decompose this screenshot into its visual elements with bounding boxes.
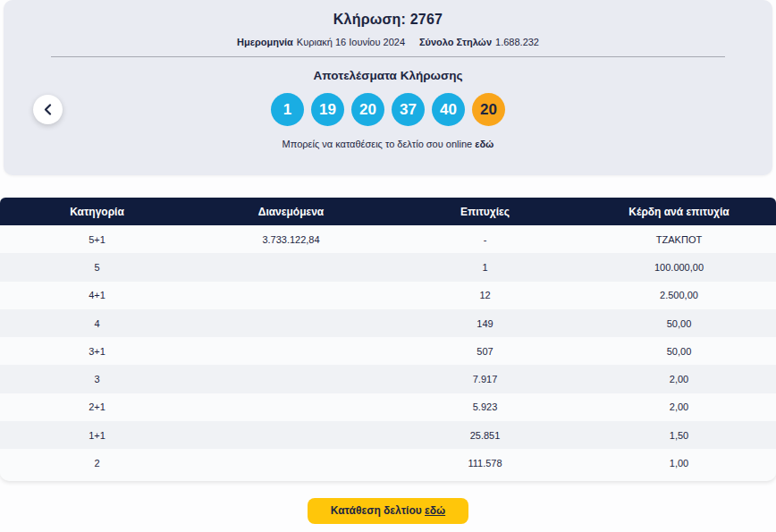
total-columns-label: Σύνολο Στηλών [419, 37, 492, 47]
header-prize-per-win: Κέρδη ανά επιτυχία [582, 206, 776, 218]
cell-prize: 2.500,00 [582, 290, 776, 300]
cell-winners: 25.851 [388, 430, 582, 441]
draw-meta: ΗμερομηνίαΚυριακή 16 Ιουνίου 2024 Σύνολο… [4, 37, 772, 47]
winning-numbers-row: 1 19 20 37 40 20 [4, 93, 772, 126]
prize-table-header: Κατηγορία Διανεμόμενα Επιτυχίες Κέρδη αν… [0, 198, 776, 225]
winning-number-ball: 40 [432, 93, 465, 126]
online-note-text: Μπορείς να καταθέσεις το δελτίο σου onli… [283, 139, 473, 149]
cell-prize: 50,00 [582, 318, 776, 329]
total-columns: Σύνολο Στηλών1.688.232 [419, 37, 539, 47]
prize-table: Κατηγορία Διανεμόμενα Επιτυχίες Κέρδη αν… [0, 198, 776, 481]
joker-number-ball: 20 [472, 93, 505, 126]
table-row: 3+1 507 50,00 [0, 337, 776, 365]
draw-title: Κλήρωση: 2767 [4, 0, 772, 28]
table-row: 4 149 50,00 [0, 309, 776, 337]
winning-number-ball: 20 [351, 93, 384, 126]
cell-winners: 1 [388, 262, 582, 273]
cell-winners: 149 [388, 318, 582, 329]
cell-prize: ΤΖΑΚΠΟΤ [582, 234, 776, 245]
draw-results-card: Κλήρωση: 2767 ΗμερομηνίαΚυριακή 16 Ιουνί… [4, 0, 772, 175]
prize-table-body: 5+1 3.733.122,84 - ΤΖΑΚΠΟΤ 5 1 100.000,0… [0, 225, 776, 477]
cell-category: 5 [0, 262, 194, 273]
submit-slip-button[interactable]: Κατάθεση δελτίου εδώ [308, 498, 468, 524]
cell-prize: 2,00 [582, 401, 776, 412]
online-note-link[interactable]: εδώ [475, 139, 493, 149]
cell-prize: 1,50 [582, 430, 776, 441]
cell-winners: 5.923 [388, 401, 582, 412]
cell-winners: 507 [388, 346, 582, 357]
submit-slip-link: εδώ [425, 504, 445, 517]
cell-category: 2 [0, 458, 194, 469]
divider [51, 56, 725, 57]
header-winners: Επιτυχίες [388, 206, 582, 218]
table-row: 5 1 100.000,00 [0, 253, 776, 281]
winning-number-ball: 19 [311, 93, 344, 126]
cell-distributed: 3.733.122,84 [194, 234, 388, 245]
cell-winners: - [388, 234, 582, 245]
table-row: 4+1 12 2.500,00 [0, 282, 776, 309]
cell-winners: 12 [388, 290, 582, 300]
cell-prize: 2,00 [582, 374, 776, 384]
cell-category: 2+1 [0, 401, 194, 412]
online-submit-note: Μπορείς να καταθέσεις το δελτίο σου onli… [4, 139, 772, 149]
table-row: 2+1 5.923 2,00 [0, 393, 776, 421]
cell-prize: 1,00 [582, 458, 776, 469]
cell-category: 4+1 [0, 290, 194, 300]
cell-category: 4 [0, 318, 194, 329]
chevron-left-icon [44, 104, 52, 115]
cell-category: 5+1 [0, 234, 194, 245]
table-row: 2 111.578 1,00 [0, 449, 776, 477]
table-row: 3 7.917 2,00 [0, 365, 776, 393]
previous-draw-button[interactable] [33, 95, 63, 124]
submit-slip-label: Κατάθεση δελτίου [331, 504, 422, 517]
winning-number-ball: 37 [392, 93, 425, 126]
cell-category: 1+1 [0, 430, 194, 441]
cell-prize: 100.000,00 [582, 262, 776, 273]
cell-winners: 7.917 [388, 374, 582, 384]
total-columns-value: 1.688.232 [495, 37, 539, 47]
header-distributed: Διανεμόμενα [194, 206, 388, 218]
footer-cta-wrap: Κατάθεση δελτίου εδώ [0, 498, 776, 524]
table-row: 5+1 3.733.122,84 - ΤΖΑΚΠΟΤ [0, 225, 776, 253]
results-title: Αποτελέσματα Κλήρωσης [4, 69, 772, 82]
cell-category: 3 [0, 374, 194, 384]
cell-category: 3+1 [0, 346, 194, 357]
draw-date-value: Κυριακή 16 Ιουνίου 2024 [297, 37, 405, 47]
cell-winners: 111.578 [388, 458, 582, 469]
header-category: Κατηγορία [0, 206, 194, 218]
draw-date-label: Ημερομηνία [237, 37, 293, 47]
table-row: 1+1 25.851 1,50 [0, 421, 776, 449]
winning-number-ball: 1 [271, 93, 304, 126]
draw-date: ΗμερομηνίαΚυριακή 16 Ιουνίου 2024 [237, 37, 405, 47]
cell-prize: 50,00 [582, 346, 776, 357]
